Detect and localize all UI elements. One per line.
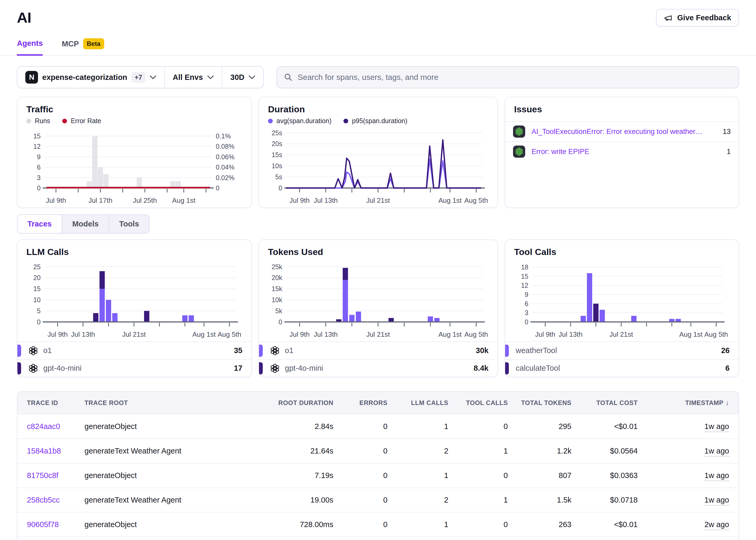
trace-id-cell[interactable]: 1b9a433b xyxy=(17,537,84,540)
column-header-timestamp[interactable]: TIMESTAMP ↓ xyxy=(638,392,739,414)
series-row[interactable]: weatherTool26 xyxy=(505,341,739,359)
svg-text:25k: 25k xyxy=(272,263,282,271)
timestamp-cell[interactable]: 2w ago xyxy=(638,512,739,537)
svg-text:20k: 20k xyxy=(272,274,282,281)
env-selector[interactable]: All Envs xyxy=(164,67,222,88)
search-placeholder: Search for spans, users, tags, and more xyxy=(298,73,438,82)
table-cell: 1.5k xyxy=(508,488,571,512)
svg-text:Jul 9th: Jul 9th xyxy=(46,197,66,204)
svg-text:Jul 9th: Jul 9th xyxy=(48,331,68,338)
trace-id-cell[interactable]: 90605f78 xyxy=(17,512,84,537)
table-cell: 0 xyxy=(333,439,387,463)
search-input[interactable]: Search for spans, users, tags, and more xyxy=(276,66,739,88)
table-cell: 7.19s xyxy=(236,463,333,488)
trace-id-cell[interactable]: c824aac0 xyxy=(17,414,84,439)
duration-legend: avg(span.duration)p95(span.duration) xyxy=(268,117,489,125)
column-header-root-duration[interactable]: ROOT DURATION xyxy=(236,392,333,414)
table-row[interactable]: 258cb5ccgenerateText Weather Agent19.00s… xyxy=(17,488,739,512)
trace-id-cell[interactable]: 1584a1b8 xyxy=(17,439,84,463)
issue-row[interactable]: AI_ToolExecutionError: Error executing t… xyxy=(505,121,739,141)
timestamp-value[interactable]: 2w ago xyxy=(704,520,729,530)
subtab-traces[interactable]: Traces xyxy=(17,215,62,233)
svg-text:15s: 15s xyxy=(272,151,282,159)
series-name: gpt-4o-mini xyxy=(28,363,81,374)
table-cell: <$0.01 xyxy=(571,537,638,540)
series-row[interactable]: o130k xyxy=(259,341,498,359)
svg-text:0: 0 xyxy=(279,318,282,326)
column-header-llm-calls[interactable]: LLM CALLS xyxy=(387,392,448,414)
timestamp-value[interactable]: 1w ago xyxy=(704,422,729,432)
timestamp-value[interactable]: 1w ago xyxy=(704,471,729,481)
timestamp-cell[interactable]: 1w ago xyxy=(638,414,739,439)
trace-id-link[interactable]: 1584a1b8 xyxy=(27,447,61,455)
project-name: expense-categorization xyxy=(42,73,127,82)
legend-label: Error Rate xyxy=(71,117,101,125)
table-cell: generateText Weather Agent xyxy=(84,488,236,512)
tokens-used-legend-list: o130kgpt-4o-mini8.4k xyxy=(259,341,498,377)
table-row[interactable]: 90605f78generateObject728.00ms010263<$0.… xyxy=(17,512,739,537)
series-row[interactable]: gpt-4o-mini8.4k xyxy=(259,359,498,377)
tab-agents[interactable]: Agents xyxy=(17,38,43,56)
timestamp-cell[interactable]: 1w ago xyxy=(638,463,739,488)
series-color-bar xyxy=(17,344,21,357)
trace-id-link[interactable]: 90605f78 xyxy=(27,520,59,529)
issue-row[interactable]: Error: write EPIPE1 xyxy=(505,141,739,161)
table-row[interactable]: 1584a1b8generateText Weather Agent21.64s… xyxy=(17,439,739,463)
table-cell: generateText Weather Agent xyxy=(84,537,236,540)
timestamp-cell[interactable]: 2w ago xyxy=(638,537,739,540)
svg-text:10: 10 xyxy=(33,296,41,304)
table-cell: 4.95s xyxy=(236,537,333,540)
series-row[interactable]: calculateTool6 xyxy=(505,359,739,377)
trace-id-cell[interactable]: 81750c8f xyxy=(17,463,84,488)
series-row[interactable]: gpt-4o-mini17 xyxy=(17,359,251,377)
tab-mcp-label: MCP xyxy=(62,40,78,48)
chevron-down-icon xyxy=(207,75,214,79)
column-header-trace-id[interactable]: TRACE ID xyxy=(17,392,84,414)
timestamp-value[interactable]: 1w ago xyxy=(704,496,729,506)
top-bar: AI Give Feedback xyxy=(17,0,739,27)
duration-chart: 05s10s15s20s25sJul 9thJul 13thJul 21stAu… xyxy=(268,126,489,206)
column-header-total-tokens[interactable]: TOTAL TOKENS xyxy=(508,392,571,414)
date-range-selector[interactable]: 30D xyxy=(222,67,263,88)
table-row[interactable]: 1b9a433bgenerateText Weather Agent4.95s0… xyxy=(17,537,739,540)
legend-dot-icon xyxy=(26,119,31,123)
svg-text:15: 15 xyxy=(521,273,529,280)
trace-id-link[interactable]: c824aac0 xyxy=(27,422,60,431)
trace-id-cell[interactable]: 258cb5cc xyxy=(17,488,84,512)
subtab-models[interactable]: Models xyxy=(62,215,109,233)
openai-icon xyxy=(270,345,280,356)
tab-mcp[interactable]: MCP Beta xyxy=(62,38,104,55)
traffic-title: Traffic xyxy=(26,104,242,114)
trace-id-link[interactable]: 81750c8f xyxy=(27,471,58,479)
legend-label: Runs xyxy=(35,117,50,125)
svg-text:0.04%: 0.04% xyxy=(216,164,234,171)
issue-link[interactable]: AI_ToolExecutionError: Error executing t… xyxy=(531,128,703,136)
column-header-total-cost[interactable]: TOTAL COST xyxy=(571,392,638,414)
issue-gem-icon xyxy=(513,146,525,158)
table-cell: 0 xyxy=(448,512,508,537)
subtab-tools[interactable]: Tools xyxy=(109,215,149,233)
give-feedback-button[interactable]: Give Feedback xyxy=(656,9,739,27)
table-row[interactable]: c824aac0generateObject2.84s010295<$0.011… xyxy=(17,414,739,439)
traffic-legend: RunsError Rate xyxy=(26,117,242,125)
trace-id-link[interactable]: 258cb5cc xyxy=(27,496,60,504)
timestamp-cell[interactable]: 1w ago xyxy=(638,439,739,463)
svg-text:Jul 17th: Jul 17th xyxy=(88,197,112,204)
svg-text:0: 0 xyxy=(279,184,282,192)
column-header-errors[interactable]: ERRORS xyxy=(333,392,387,414)
column-header-trace-root[interactable]: TRACE ROOT xyxy=(84,392,236,414)
svg-text:0: 0 xyxy=(37,318,41,326)
timestamp-value[interactable]: 1w ago xyxy=(704,447,729,457)
svg-text:0.06%: 0.06% xyxy=(216,153,234,161)
series-row[interactable]: o135 xyxy=(17,341,251,359)
legend-item: p95(span.duration) xyxy=(344,117,407,125)
timestamp-cell[interactable]: 1w ago xyxy=(638,488,739,512)
legend-item: Runs xyxy=(26,117,50,125)
column-header-tool-calls[interactable]: TOOL CALLS xyxy=(448,392,508,414)
svg-text:3: 3 xyxy=(525,309,529,317)
svg-text:0.02%: 0.02% xyxy=(216,174,234,182)
project-selector[interactable]: N expense-categorization +7 xyxy=(17,67,164,88)
table-row[interactable]: 81750c8fgenerateObject7.19s010807$0.0363… xyxy=(17,463,739,488)
beta-badge: Beta xyxy=(83,38,104,49)
issue-link[interactable]: Error: write EPIPE xyxy=(531,148,589,156)
